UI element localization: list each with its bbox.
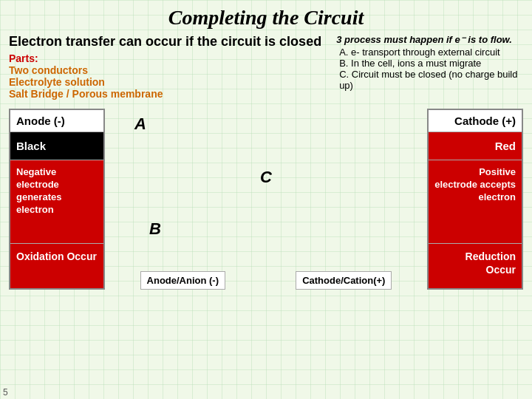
process-item-c: C. Circuit must be closed (no charge bui… <box>339 69 523 91</box>
parts-item-3: Salt Bridge / Porous membrane <box>9 88 321 100</box>
cathode-color-label: Red <box>429 132 522 160</box>
letter-b: B <box>149 219 161 239</box>
page-title: Completing the Circuit <box>9 6 523 30</box>
anode-electrode-desc: Negative electrode generates electron <box>10 160 103 244</box>
middle-column: A C B Anode/Anion (-) Cathode/Cation(+) <box>105 109 427 290</box>
anode-column: Anode (-) Black Negative electrode gener… <box>9 109 105 290</box>
cathode-bottom-label: Cathode/Cation(+) <box>296 271 392 290</box>
cathode-electrode-desc: Positive electrode accepts electron <box>429 160 522 244</box>
process-item-a: A. e- transport through external circuit <box>339 47 523 58</box>
anode-reaction: Oxidation Occur <box>10 244 103 288</box>
parts-label: Parts: <box>9 52 321 64</box>
anode-color-label: Black <box>10 132 103 160</box>
anode-bottom-label: Anode/Anion (-) <box>140 271 225 290</box>
intro-section: Electron transfer can occur if the circu… <box>9 34 523 100</box>
intro-left: Electron transfer can occur if the circu… <box>9 34 321 100</box>
parts-item-1: Two conductors <box>9 64 321 76</box>
slide-number: 5 <box>3 387 8 398</box>
process-item-b: B. In the cell, ions a must migrate <box>339 58 523 69</box>
cathode-reaction: Reduction Occur <box>429 244 522 288</box>
letter-c: C <box>260 168 272 187</box>
cathode-column: Cathode (+) Red Positive electrode accep… <box>427 109 523 290</box>
letter-a: A <box>134 115 146 134</box>
diagram: Anode (-) Black Negative electrode gener… <box>9 109 523 290</box>
bottom-labels: Anode/Anion (-) Cathode/Cation(+) <box>105 271 427 290</box>
anode-header: Anode (-) <box>10 110 103 132</box>
process-title: 3 process must happen if e⁻ is to flow. <box>336 34 523 45</box>
intro-right: 3 process must happen if e⁻ is to flow. … <box>336 34 523 100</box>
intro-heading: Electron transfer can occur if the circu… <box>9 34 321 50</box>
parts-item-2: Electrolyte solution <box>9 76 321 88</box>
cathode-header: Cathode (+) <box>429 110 522 132</box>
page-content: Completing the Circuit Electron transfer… <box>0 0 532 296</box>
